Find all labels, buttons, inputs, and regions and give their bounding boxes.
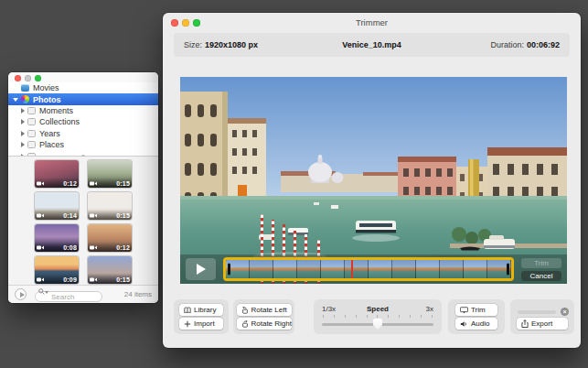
filmstrip-frames — [226, 260, 511, 278]
search-icon — [38, 288, 45, 295]
export-label: Export — [531, 319, 552, 328]
sidebar-item-label: Movies — [33, 83, 59, 92]
sidebar-item-moments[interactable]: Moments — [8, 105, 158, 116]
rotate-left-button[interactable]: Rotate Left — [237, 304, 292, 316]
speed-tick-marks — [323, 315, 433, 318]
audio-speaker-icon — [460, 320, 468, 328]
trim-handle-right[interactable] — [507, 264, 509, 276]
filmstrip-frame — [392, 260, 416, 278]
sidebar-item-photos[interactable]: Photos — [8, 93, 158, 104]
browser-window: Movies Photos Moments Collections Years … — [8, 72, 158, 303]
playhead[interactable] — [351, 257, 353, 281]
video-thumbnail[interactable]: 0:12 — [88, 224, 132, 252]
audio-button[interactable]: Audio — [455, 318, 497, 330]
speed-thumb[interactable] — [373, 319, 382, 330]
video-camera-icon — [37, 213, 44, 218]
library-button[interactable]: Library — [179, 304, 223, 316]
chevron-right-icon[interactable] — [21, 119, 25, 124]
video-thumbnail[interactable]: 0:09 — [35, 256, 79, 284]
window-title: Trimmer — [163, 13, 581, 33]
sidebar-item-places[interactable]: Places — [8, 139, 158, 150]
toolbar-group-speed: 1/3x Speed 3x — [314, 299, 442, 334]
venice-scene-image — [180, 77, 567, 284]
video-camera-icon — [90, 181, 97, 186]
album-icon — [27, 107, 36, 114]
filmstrip-frame — [321, 260, 345, 278]
toolbar-group-export: × Export — [510, 299, 574, 334]
filmstrip-frame — [416, 260, 440, 278]
sidebar-item-movies[interactable]: Movies — [8, 82, 158, 93]
duration-badge: 0:14 — [63, 212, 77, 219]
trim-button[interactable]: Trim — [455, 304, 497, 316]
video-thumbnail[interactable]: 0:14 — [35, 192, 79, 220]
duration-badge: 0:15 — [116, 180, 130, 187]
cancel-export-button[interactable]: × — [561, 308, 569, 316]
browser-titlebar[interactable] — [8, 72, 158, 82]
desktop: { "browser_window": { "sidebar": { "item… — [0, 0, 588, 368]
video-camera-icon — [90, 213, 97, 218]
items-count: 24 items — [124, 290, 152, 298]
chevron-down-icon[interactable] — [13, 98, 18, 102]
video-thumbnail[interactable]: 0:12 — [35, 160, 79, 188]
trim-cancel-button[interactable]: Cancel — [521, 271, 561, 281]
rotate-right-button[interactable]: Rotate Right — [237, 318, 292, 330]
filename: Venice_10.mp4 — [342, 40, 401, 49]
minimize-button[interactable] — [25, 75, 31, 81]
video-thumbnail[interactable]: 0:15 — [88, 192, 132, 220]
filmstrip[interactable] — [223, 257, 514, 281]
video-camera-icon — [90, 277, 97, 282]
video-thumbnail[interactable]: 0:15 — [88, 160, 132, 188]
sidebar-item-collections[interactable]: Collections — [8, 116, 158, 127]
import-button[interactable]: Import — [179, 318, 223, 330]
filmstrip-frame — [250, 260, 273, 278]
video-camera-icon — [37, 245, 44, 250]
export-progress-bar — [518, 310, 556, 314]
sidebar-list: Movies Photos Moments Collections Years … — [8, 82, 158, 156]
chevron-right-icon[interactable] — [21, 142, 25, 147]
sidebar-item-label: Moments — [39, 106, 73, 115]
chevron-right-icon[interactable] — [21, 131, 25, 136]
duration-badge: 0:15 — [116, 212, 130, 219]
media-grid: 0:12 0:15 0:14 0:15 0:08 0:12 0:09 0:15 — [8, 157, 158, 285]
trim-label: Trim — [471, 306, 486, 314]
play-button[interactable] — [186, 258, 216, 280]
trim-handle-left[interactable] — [228, 264, 230, 276]
chevron-right-icon[interactable] — [21, 108, 25, 114]
duration-badge: 0:09 — [63, 276, 77, 283]
duration-badge: 0:12 — [63, 180, 77, 187]
video-thumbnail[interactable]: 0:08 — [35, 224, 79, 252]
album-icon — [27, 141, 36, 148]
toolbar-group-file: Library Import — [174, 299, 229, 334]
sidebar-item-years[interactable]: Years — [8, 128, 158, 139]
filmstrip-frame — [369, 260, 392, 278]
rotate-right-label: Rotate Right — [251, 319, 292, 328]
audio-label: Audio — [471, 319, 489, 328]
filmstrip-frame — [297, 260, 321, 278]
rotate-left-label: Rotate Left — [251, 306, 287, 314]
duration-label: Duration: — [490, 40, 524, 49]
video-camera-icon — [37, 181, 44, 186]
trim-apply-button[interactable]: Trim — [521, 258, 561, 268]
preview-play-button[interactable] — [15, 288, 27, 300]
video-thumbnail[interactable]: 0:15 — [88, 256, 132, 284]
search-scope-chevron-icon[interactable] — [45, 291, 48, 294]
speed-slider[interactable] — [322, 319, 433, 330]
zoom-button[interactable] — [35, 75, 41, 81]
filmstrip-frame — [464, 260, 487, 278]
trim-icon — [460, 307, 468, 314]
trimmer-titlebar[interactable]: Trimmer — [163, 13, 581, 33]
close-button[interactable] — [15, 75, 21, 81]
toolbar-group-rotate: Rotate Left Rotate Right — [233, 299, 294, 334]
video-camera-icon — [90, 245, 97, 250]
duration-badge: 0:12 — [116, 244, 130, 251]
library-label: Library — [194, 306, 216, 314]
import-label: Import — [194, 319, 215, 328]
export-button[interactable]: Export — [517, 318, 568, 330]
speed-max-label: 3x — [426, 305, 433, 313]
sidebar-item-label: Years — [39, 129, 60, 138]
duration-value: 00:06:92 — [527, 40, 560, 49]
album-icon — [27, 118, 36, 125]
video-preview[interactable]: Trim Cancel — [180, 77, 567, 284]
info-bar: Size: 1920x1080 px Venice_10.mp4 Duratio… — [174, 33, 570, 57]
duration-badge: 0:08 — [63, 244, 77, 251]
